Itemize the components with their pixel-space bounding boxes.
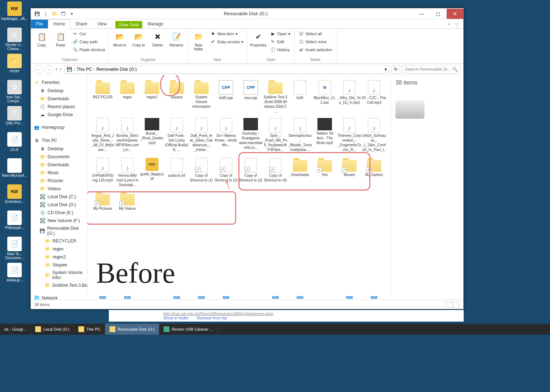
desktop-icon[interactable]: ⚙Inno Set... Compil... bbox=[0, 78, 29, 105]
nav-subitem[interactable]: 📁RECYCLER bbox=[31, 237, 87, 245]
properties-icon[interactable]: 🗔 bbox=[60, 11, 66, 17]
desktop-icon[interactable]: PDFhackingas...oft... bbox=[0, 0, 29, 26]
file-item[interactable]: Copy of Shortcut to (1) bbox=[189, 157, 214, 188]
file-item[interactable]: Hot bbox=[312, 157, 337, 188]
details-view-button[interactable] bbox=[446, 302, 452, 307]
file-item[interactable]: Spor_-_Push_Me_Pull_You[www.MP3Fiber... bbox=[263, 117, 288, 154]
file-item[interactable]: Copy of Shortcut to (2) bbox=[214, 157, 238, 188]
copy-button[interactable]: 📋Copy bbox=[33, 30, 50, 48]
delete-button[interactable]: ✖Delete bbox=[149, 30, 166, 48]
nav-favorites[interactable]: ★Favorites bbox=[31, 78, 87, 87]
file-item[interactable]: Angus_And_Julia_Stone_-_All_Of_Me[www...… bbox=[90, 117, 115, 154]
rename-button[interactable]: 📝Rename bbox=[168, 30, 185, 48]
collapse-ribbon-icon[interactable]: ˄ bbox=[448, 23, 450, 28]
icons-view-button[interactable] bbox=[453, 302, 460, 307]
home-tab[interactable]: Home bbox=[48, 19, 70, 29]
file-item[interactable]: 01 - C2C - The Cell.mp3 bbox=[362, 79, 386, 114]
file-item[interactable]: Copy of Shortcut to (4) bbox=[263, 157, 288, 188]
nav-subitem[interactable]: 📁Sublime.Text.3.Build. bbox=[31, 281, 87, 289]
desktop-icon[interactable]: 📄sssaa.jp... bbox=[0, 261, 29, 287]
file-item[interactable]: Downloads bbox=[288, 157, 312, 188]
breadcrumb-item[interactable]: Removable Disk (G:) bbox=[97, 67, 137, 72]
file-item[interactable]: System Volume Information bbox=[189, 79, 214, 114]
nav-item[interactable]: ☁Google Drive bbox=[31, 111, 87, 119]
desktop-icon[interactable]: 📄Philosoph... bbox=[0, 209, 29, 235]
file-item[interactable]: My Videos bbox=[115, 191, 140, 212]
up-button[interactable]: ↑ bbox=[59, 66, 62, 72]
file-item[interactable]: Copy of Shortcut to (3) bbox=[238, 157, 263, 188]
file-item[interactable]: My Games bbox=[362, 157, 386, 188]
cut-button[interactable]: ✂Cut bbox=[71, 30, 106, 37]
forward-button[interactable]: → bbox=[45, 65, 53, 74]
desktop-icon[interactable]: XNew Microsof... bbox=[0, 157, 29, 183]
nav-item[interactable]: 💽New Volume (F:) bbox=[31, 217, 87, 225]
file-item[interactable]: Telefon Tel Aviv - The Birds.mp3 bbox=[312, 117, 337, 154]
back-button[interactable]: ← bbox=[34, 65, 42, 74]
file-list[interactable]: RECYCLERregexregex2SkypeeSystem Volume I… bbox=[87, 75, 391, 299]
file-item[interactable]: WBlackBox_v1.2.doc bbox=[312, 79, 337, 114]
file-item[interactable]: Movies bbox=[337, 157, 362, 188]
file-item[interactable]: Thievery_Corporation_-_FragmentsTycho_R.… bbox=[337, 117, 362, 154]
copy-path-button[interactable]: 🔗Copy path bbox=[71, 38, 106, 45]
search-input[interactable]: Search Removable Di... 🔍 bbox=[402, 65, 460, 74]
file-item[interactable]: Daft_Punk_feat_Julian_Casablancas_-_Inst… bbox=[189, 117, 214, 154]
file-item[interactable]: My Pictuers bbox=[90, 191, 115, 212]
remove-from-list-link[interactable]: Remove from list bbox=[197, 316, 227, 320]
open-button[interactable]: ▶Open ▾ bbox=[268, 30, 292, 37]
file-tab[interactable]: File bbox=[31, 20, 48, 28]
nav-item[interactable]: 🖥Desktop bbox=[31, 145, 87, 153]
desktop-icon[interactable]: ⚙Rinzler U... Cleane... bbox=[0, 26, 29, 52]
file-item[interactable]: RECYCLER bbox=[90, 79, 115, 114]
select-none-button[interactable]: ☐Select none bbox=[297, 38, 334, 45]
nav-item[interactable]: 📁Videos bbox=[31, 185, 87, 193]
taskbar-item-active[interactable]: Removable Disk (G:) bbox=[105, 324, 159, 335]
dropdown-icon[interactable]: ▾ bbox=[385, 67, 387, 72]
nav-item[interactable]: 💾Removable Disk (G:) bbox=[31, 225, 87, 237]
file-item[interactable]: led5 bbox=[288, 79, 312, 114]
file-item[interactable]: Sublime.Text.3.Build.3008.Windows.32bit.… bbox=[263, 79, 288, 114]
desktop-icon[interactable]: 📄p1.pl bbox=[0, 131, 29, 157]
file-item[interactable]: CPPnew.cpp bbox=[238, 79, 263, 114]
nav-item[interactable]: 💿CD Drive (E:) bbox=[31, 209, 87, 217]
nav-item[interactable]: 📁Music bbox=[31, 169, 87, 177]
nav-item[interactable]: 📁Downloads bbox=[31, 161, 87, 169]
refresh-button[interactable]: ↻ bbox=[391, 65, 400, 74]
file-item[interactable]: Ulrich_Schnauss_-_I_Take_Comfort_In_Your… bbox=[362, 117, 386, 154]
file-item[interactable]: autorun.inf bbox=[164, 157, 189, 188]
taskbar-item[interactable]: Local Disk (D:) bbox=[31, 324, 74, 335]
nav-item[interactable]: 🕘Recent places bbox=[31, 103, 87, 111]
properties-button[interactable]: ✔Properties bbox=[250, 30, 267, 48]
nav-subitem[interactable]: 📁System Volume Infor bbox=[31, 269, 87, 281]
history-button[interactable]: 🕘History bbox=[268, 46, 292, 53]
taskbar-item[interactable]: ds - Googl... bbox=[0, 324, 31, 335]
taskbar-item[interactable]: This PC bbox=[74, 324, 105, 335]
folder-icon[interactable]: 📁 bbox=[51, 11, 58, 17]
file-item[interactable]: Do I Wanna Know- - Arctic Mo... bbox=[214, 117, 238, 154]
file-item[interactable]: UnP0aKAYiGmg.128.mp3 bbox=[90, 157, 115, 188]
desktop-icon[interactable]: 📁rinzler bbox=[0, 52, 29, 78]
nav-item[interactable]: 📁Documents bbox=[31, 153, 87, 161]
nav-item[interactable]: 📁Pictures bbox=[31, 177, 87, 185]
help-icon[interactable]: ❔ bbox=[453, 23, 460, 28]
nav-subitem[interactable]: 📁regex bbox=[31, 245, 87, 253]
close-button[interactable]: ✕ bbox=[447, 9, 463, 19]
desktop-icon[interactable]: SGNU Pro... bbox=[0, 105, 29, 131]
desktop-icon[interactable]: 📄New Te... Documen... bbox=[0, 235, 29, 261]
new-item-button[interactable]: ✚New item ▾ bbox=[209, 30, 245, 37]
breadcrumb[interactable]: 💾 › This PC › Removable Disk (G:) ▾ bbox=[64, 65, 389, 74]
show-in-folder-link[interactable]: Show in folder bbox=[163, 316, 189, 320]
breadcrumb-item[interactable]: This PC bbox=[77, 67, 92, 72]
file-item[interactable]: CPPled5.cpp bbox=[214, 79, 238, 114]
file-item[interactable]: Burial_-_Rival_Dealer.mp3 bbox=[140, 117, 164, 154]
easy-access-button[interactable]: ✔Easy access ▾ bbox=[209, 38, 245, 45]
file-item[interactable]: Stereophonics_-_Maybe_Tomorrow[www.... bbox=[288, 117, 312, 154]
view-tab[interactable]: View bbox=[92, 20, 112, 28]
recent-dropdown[interactable]: ▾ bbox=[56, 67, 57, 71]
file-item[interactable]: Skypee bbox=[164, 79, 189, 114]
copy-to-button[interactable]: 📂Copy to bbox=[130, 30, 147, 48]
invert-selection-button[interactable]: ⇄Invert selection bbox=[297, 46, 334, 53]
nav-subitem[interactable]: 📁Skypee bbox=[31, 261, 87, 269]
file-item[interactable]: Borsha_Shironamhin[www.MP3Fiber.com].m..… bbox=[115, 117, 140, 154]
nav-item[interactable]: 💽Local Disk (D:) bbox=[31, 201, 87, 209]
file-item[interactable]: regex2 bbox=[140, 79, 164, 114]
